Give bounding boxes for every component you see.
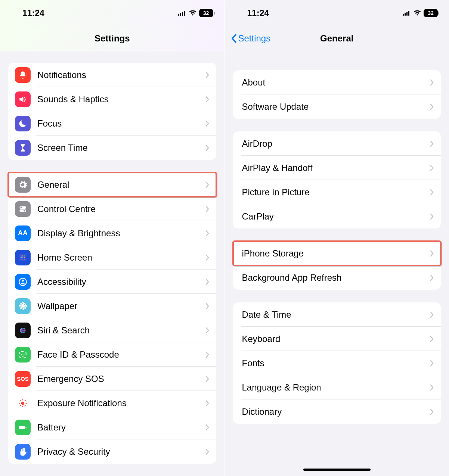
chevron-right-icon <box>205 72 210 78</box>
general-list[interactable]: AboutSoftware UpdateAirDropAirPlay & Han… <box>225 51 449 476</box>
row-label: Focus <box>37 118 62 129</box>
back-label: Settings <box>238 33 271 44</box>
chevron-right-icon <box>430 79 434 86</box>
svg-line-42 <box>25 405 25 406</box>
row-label: Background App Refresh <box>242 273 342 283</box>
row-bg-refresh[interactable]: Background App Refresh <box>233 265 441 290</box>
chevron-right-icon <box>205 181 210 188</box>
svg-point-5 <box>21 206 22 208</box>
chevron-right-icon <box>430 103 434 110</box>
chevron-right-icon <box>205 254 210 261</box>
chevron-right-icon <box>205 206 210 212</box>
svg-point-34 <box>21 354 22 354</box>
row-accessibility[interactable]: Accessibility <box>8 270 216 294</box>
row-display[interactable]: AADisplay & Brightness <box>8 221 216 245</box>
row-home-screen[interactable]: Home Screen <box>8 245 216 270</box>
wifi-icon <box>189 10 197 16</box>
row-sos[interactable]: SOSEmergency SOS <box>8 367 216 391</box>
screen-time-icon <box>15 140 31 156</box>
row-faceid[interactable]: Face ID & Passcode <box>8 342 216 367</box>
row-exposure[interactable]: Exposure Notifications <box>8 391 216 415</box>
row-label: Siri & Search <box>37 325 90 336</box>
row-date-time[interactable]: Date & Time <box>233 302 441 327</box>
back-button[interactable]: Settings <box>225 33 271 44</box>
row-dictionary[interactable]: Dictionary <box>233 399 441 424</box>
row-general[interactable]: General <box>8 172 216 197</box>
chevron-right-icon <box>205 230 210 237</box>
chevron-right-icon <box>430 336 434 342</box>
row-label: Display & Brightness <box>37 228 120 239</box>
row-label: Home Screen <box>37 252 92 263</box>
general-icon <box>15 177 31 193</box>
row-keyboard[interactable]: Keyboard <box>233 327 441 351</box>
row-label: About <box>242 77 266 88</box>
row-notifications[interactable]: Notifications <box>8 63 216 87</box>
row-carplay[interactable]: CarPlay <box>233 204 441 228</box>
display-icon: AA <box>15 225 31 241</box>
chevron-right-icon <box>205 424 210 431</box>
row-sounds[interactable]: Sounds & Haptics <box>8 87 216 111</box>
svg-point-10 <box>22 255 24 256</box>
chevron-right-icon <box>205 303 210 309</box>
svg-rect-2 <box>182 12 183 16</box>
row-control-centre[interactable]: Control Centre <box>8 197 216 221</box>
list-group: Date & TimeKeyboardFontsLanguage & Regio… <box>233 302 441 424</box>
chevron-right-icon <box>205 351 210 358</box>
list-group: iPhone StorageBackground App Refresh <box>233 241 441 290</box>
svg-point-7 <box>24 210 25 211</box>
svg-rect-50 <box>408 11 409 16</box>
battery-icon: 32 <box>199 9 213 17</box>
svg-rect-1 <box>180 13 181 16</box>
row-software-update[interactable]: Software Update <box>233 94 441 119</box>
row-lang-region[interactable]: Language & Region <box>233 375 441 399</box>
status-bar: 11:24 32 <box>225 0 449 26</box>
svg-rect-48 <box>405 13 406 16</box>
row-fonts[interactable]: Fonts <box>233 351 441 375</box>
row-label: Keyboard <box>242 334 281 344</box>
svg-point-19 <box>22 280 24 281</box>
row-label: Battery <box>37 422 66 433</box>
list-group: NotificationsSounds & HapticsFocusScreen… <box>8 63 216 160</box>
svg-line-41 <box>20 400 21 401</box>
row-airdrop[interactable]: AirDrop <box>233 131 441 156</box>
row-screen-time[interactable]: Screen Time <box>8 136 216 160</box>
row-label: AirDrop <box>242 139 272 149</box>
svg-rect-0 <box>178 14 179 16</box>
row-siri[interactable]: Siri & Search <box>8 318 216 342</box>
svg-rect-46 <box>26 426 27 428</box>
nav-bar: Settings <box>0 26 224 51</box>
chevron-right-icon <box>430 165 434 171</box>
chevron-right-icon <box>205 376 210 382</box>
settings-list[interactable]: NotificationsSounds & HapticsFocusScreen… <box>0 51 224 476</box>
svg-point-9 <box>21 255 22 256</box>
home-indicator[interactable] <box>303 469 371 471</box>
cellular-icon <box>178 10 186 16</box>
sos-icon: SOS <box>15 371 31 387</box>
row-label: Accessibility <box>37 277 86 287</box>
svg-point-15 <box>21 258 22 259</box>
battery-icon: 32 <box>424 9 438 17</box>
chevron-right-icon <box>205 279 210 285</box>
row-airplay[interactable]: AirPlay & Handoff <box>233 156 441 180</box>
row-focus[interactable]: Focus <box>8 111 216 136</box>
settings-screen: 11:24 32 Settings NotificationsSounds & … <box>0 0 225 476</box>
chevron-right-icon <box>430 408 434 415</box>
list-group: AboutSoftware Update <box>233 70 441 119</box>
chevron-left-icon <box>231 34 237 43</box>
privacy-icon <box>15 444 31 460</box>
svg-point-13 <box>22 257 24 258</box>
row-pip[interactable]: Picture in Picture <box>233 180 441 204</box>
chevron-right-icon <box>430 311 434 318</box>
row-label: General <box>37 180 69 190</box>
row-label: Wallpaper <box>37 301 77 311</box>
row-label: Sounds & Haptics <box>37 94 109 105</box>
chevron-right-icon <box>430 189 434 196</box>
row-about[interactable]: About <box>233 70 441 94</box>
row-privacy[interactable]: Privacy & Security <box>8 439 216 464</box>
faceid-icon <box>15 347 31 363</box>
row-battery[interactable]: Battery <box>8 415 216 439</box>
row-wallpaper[interactable]: Wallpaper <box>8 294 216 318</box>
row-iphone-storage[interactable]: iPhone Storage <box>233 241 441 265</box>
svg-rect-47 <box>403 14 404 16</box>
chevron-right-icon <box>430 384 434 391</box>
